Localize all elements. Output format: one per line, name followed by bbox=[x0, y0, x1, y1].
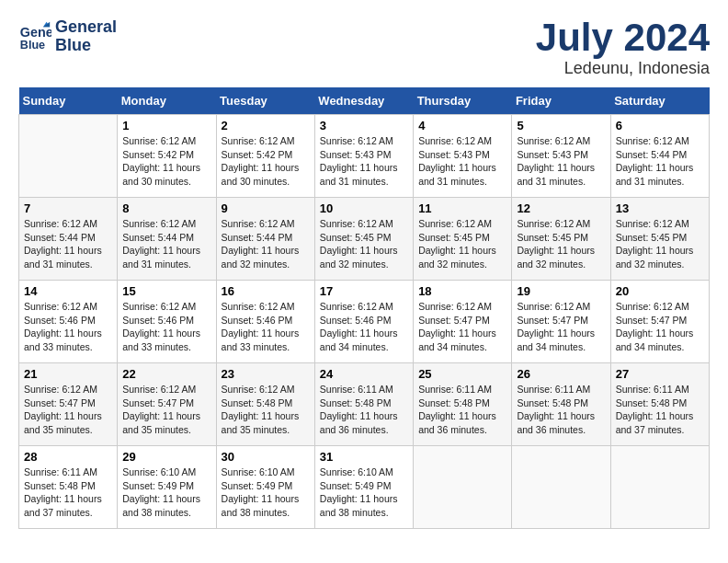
day-info: Sunrise: 6:12 AM Sunset: 5:46 PM Dayligh… bbox=[24, 300, 112, 354]
day-info: Sunrise: 6:12 AM Sunset: 5:47 PM Dayligh… bbox=[418, 300, 506, 354]
day-number: 1 bbox=[122, 119, 210, 132]
day-info: Sunrise: 6:12 AM Sunset: 5:43 PM Dayligh… bbox=[320, 134, 408, 189]
day-info: Sunrise: 6:12 AM Sunset: 5:44 PM Dayligh… bbox=[24, 217, 112, 271]
calendar-cell: 11Sunrise: 6:12 AM Sunset: 5:45 PM Dayli… bbox=[414, 198, 512, 281]
day-info: Sunrise: 6:12 AM Sunset: 5:45 PM Dayligh… bbox=[320, 217, 408, 271]
day-number: 12 bbox=[517, 201, 605, 215]
calendar-cell: 30Sunrise: 6:10 AM Sunset: 5:49 PM Dayli… bbox=[216, 446, 314, 529]
logo-icon: General Blue bbox=[18, 20, 51, 53]
day-info: Sunrise: 6:12 AM Sunset: 5:43 PM Dayligh… bbox=[517, 134, 605, 189]
day-number: 25 bbox=[418, 367, 506, 381]
calendar-cell: 5Sunrise: 6:12 AM Sunset: 5:43 PM Daylig… bbox=[512, 115, 610, 198]
day-number: 5 bbox=[517, 119, 605, 132]
calendar-cell: 22Sunrise: 6:12 AM Sunset: 5:47 PM Dayli… bbox=[118, 363, 216, 446]
day-number: 16 bbox=[222, 284, 310, 298]
day-info: Sunrise: 6:12 AM Sunset: 5:47 PM Dayligh… bbox=[24, 383, 112, 437]
day-info: Sunrise: 6:12 AM Sunset: 5:48 PM Dayligh… bbox=[222, 383, 310, 437]
day-info: Sunrise: 6:11 AM Sunset: 5:48 PM Dayligh… bbox=[320, 383, 408, 437]
day-number: 3 bbox=[320, 119, 408, 132]
day-info: Sunrise: 6:12 AM Sunset: 5:42 PM Dayligh… bbox=[122, 134, 210, 189]
day-number: 15 bbox=[122, 284, 210, 298]
page-header: General Blue General Blue July 2024 Lede… bbox=[18, 18, 710, 78]
calendar-cell: 3Sunrise: 6:12 AM Sunset: 5:43 PM Daylig… bbox=[314, 115, 413, 198]
calendar-cell: 21Sunrise: 6:12 AM Sunset: 5:47 PM Dayli… bbox=[19, 363, 118, 446]
calendar-cell: 23Sunrise: 6:12 AM Sunset: 5:48 PM Dayli… bbox=[216, 363, 314, 446]
day-number: 4 bbox=[418, 119, 506, 132]
calendar-cell: 17Sunrise: 6:12 AM Sunset: 5:46 PM Dayli… bbox=[314, 281, 413, 363]
day-info: Sunrise: 6:12 AM Sunset: 5:47 PM Dayligh… bbox=[122, 383, 210, 437]
day-info: Sunrise: 6:12 AM Sunset: 5:46 PM Dayligh… bbox=[222, 300, 310, 354]
day-number: 19 bbox=[517, 284, 605, 298]
day-info: Sunrise: 6:12 AM Sunset: 5:43 PM Dayligh… bbox=[418, 134, 506, 189]
day-info: Sunrise: 6:12 AM Sunset: 5:44 PM Dayligh… bbox=[122, 217, 210, 271]
calendar-table: SundayMondayTuesdayWednesdayThursdayFrid… bbox=[18, 87, 710, 529]
day-number: 29 bbox=[122, 450, 210, 464]
calendar-cell: 16Sunrise: 6:12 AM Sunset: 5:46 PM Dayli… bbox=[216, 281, 314, 363]
day-number: 31 bbox=[320, 450, 408, 464]
calendar-cell: 7Sunrise: 6:12 AM Sunset: 5:44 PM Daylig… bbox=[19, 198, 118, 281]
day-info: Sunrise: 6:12 AM Sunset: 5:47 PM Dayligh… bbox=[616, 300, 704, 354]
day-info: Sunrise: 6:12 AM Sunset: 5:45 PM Dayligh… bbox=[418, 217, 506, 271]
calendar-cell: 31Sunrise: 6:10 AM Sunset: 5:49 PM Dayli… bbox=[314, 446, 413, 529]
calendar-header-row: SundayMondayTuesdayWednesdayThursdayFrid… bbox=[19, 87, 710, 115]
day-number: 13 bbox=[616, 201, 704, 215]
week-row-1: 1Sunrise: 6:12 AM Sunset: 5:42 PM Daylig… bbox=[19, 115, 710, 198]
calendar-cell: 1Sunrise: 6:12 AM Sunset: 5:42 PM Daylig… bbox=[118, 115, 216, 198]
week-row-5: 28Sunrise: 6:11 AM Sunset: 5:48 PM Dayli… bbox=[19, 446, 710, 529]
calendar-cell bbox=[19, 115, 118, 198]
header-thursday: Thursday bbox=[414, 87, 512, 115]
calendar-cell: 24Sunrise: 6:11 AM Sunset: 5:48 PM Dayli… bbox=[314, 363, 413, 446]
day-number: 10 bbox=[320, 201, 408, 215]
svg-text:General: General bbox=[20, 25, 51, 40]
day-number: 2 bbox=[222, 119, 310, 132]
day-info: Sunrise: 6:10 AM Sunset: 5:49 PM Dayligh… bbox=[122, 465, 210, 520]
calendar-cell: 25Sunrise: 6:11 AM Sunset: 5:48 PM Dayli… bbox=[414, 363, 512, 446]
calendar-cell: 14Sunrise: 6:12 AM Sunset: 5:46 PM Dayli… bbox=[19, 281, 118, 363]
logo: General Blue General Blue bbox=[18, 18, 117, 55]
calendar-cell: 28Sunrise: 6:11 AM Sunset: 5:48 PM Dayli… bbox=[19, 446, 118, 529]
header-friday: Friday bbox=[512, 87, 610, 115]
day-info: Sunrise: 6:12 AM Sunset: 5:46 PM Dayligh… bbox=[320, 300, 408, 354]
day-number: 21 bbox=[24, 367, 112, 381]
day-info: Sunrise: 6:11 AM Sunset: 5:48 PM Dayligh… bbox=[24, 465, 112, 520]
week-row-4: 21Sunrise: 6:12 AM Sunset: 5:47 PM Dayli… bbox=[19, 363, 710, 446]
day-number: 18 bbox=[418, 284, 506, 298]
day-number: 14 bbox=[24, 284, 112, 298]
day-number: 30 bbox=[222, 450, 310, 464]
title-block: July 2024 Ledeunu, Indonesia bbox=[536, 18, 710, 78]
calendar-cell bbox=[610, 446, 709, 529]
day-info: Sunrise: 6:12 AM Sunset: 5:47 PM Dayligh… bbox=[517, 300, 605, 354]
day-info: Sunrise: 6:12 AM Sunset: 5:44 PM Dayligh… bbox=[222, 217, 310, 271]
calendar-cell: 6Sunrise: 6:12 AM Sunset: 5:44 PM Daylig… bbox=[610, 115, 709, 198]
day-number: 26 bbox=[517, 367, 605, 381]
day-info: Sunrise: 6:12 AM Sunset: 5:44 PM Dayligh… bbox=[616, 134, 704, 189]
calendar-cell: 29Sunrise: 6:10 AM Sunset: 5:49 PM Dayli… bbox=[118, 446, 216, 529]
day-number: 8 bbox=[122, 201, 210, 215]
week-row-2: 7Sunrise: 6:12 AM Sunset: 5:44 PM Daylig… bbox=[19, 198, 710, 281]
day-number: 7 bbox=[24, 201, 112, 215]
svg-text:Blue: Blue bbox=[20, 38, 45, 51]
week-row-3: 14Sunrise: 6:12 AM Sunset: 5:46 PM Dayli… bbox=[19, 281, 710, 363]
calendar-cell: 15Sunrise: 6:12 AM Sunset: 5:46 PM Dayli… bbox=[118, 281, 216, 363]
day-info: Sunrise: 6:12 AM Sunset: 5:42 PM Dayligh… bbox=[222, 134, 310, 189]
header-saturday: Saturday bbox=[610, 87, 709, 115]
calendar-cell bbox=[512, 446, 610, 529]
day-number: 27 bbox=[616, 367, 704, 381]
day-number: 24 bbox=[320, 367, 408, 381]
day-info: Sunrise: 6:12 AM Sunset: 5:45 PM Dayligh… bbox=[517, 217, 605, 271]
month-title: July 2024 bbox=[536, 18, 710, 57]
day-number: 23 bbox=[222, 367, 310, 381]
header-sunday: Sunday bbox=[19, 87, 118, 115]
day-info: Sunrise: 6:11 AM Sunset: 5:48 PM Dayligh… bbox=[616, 383, 704, 437]
day-info: Sunrise: 6:10 AM Sunset: 5:49 PM Dayligh… bbox=[320, 465, 408, 520]
day-number: 9 bbox=[222, 201, 310, 215]
day-info: Sunrise: 6:12 AM Sunset: 5:45 PM Dayligh… bbox=[616, 217, 704, 271]
day-info: Sunrise: 6:12 AM Sunset: 5:46 PM Dayligh… bbox=[122, 300, 210, 354]
location-subtitle: Ledeunu, Indonesia bbox=[536, 59, 710, 78]
calendar-cell: 10Sunrise: 6:12 AM Sunset: 5:45 PM Dayli… bbox=[314, 198, 413, 281]
calendar-cell: 2Sunrise: 6:12 AM Sunset: 5:42 PM Daylig… bbox=[216, 115, 314, 198]
header-tuesday: Tuesday bbox=[216, 87, 314, 115]
calendar-cell: 12Sunrise: 6:12 AM Sunset: 5:45 PM Dayli… bbox=[512, 198, 610, 281]
header-monday: Monday bbox=[118, 87, 216, 115]
calendar-cell: 20Sunrise: 6:12 AM Sunset: 5:47 PM Dayli… bbox=[610, 281, 709, 363]
